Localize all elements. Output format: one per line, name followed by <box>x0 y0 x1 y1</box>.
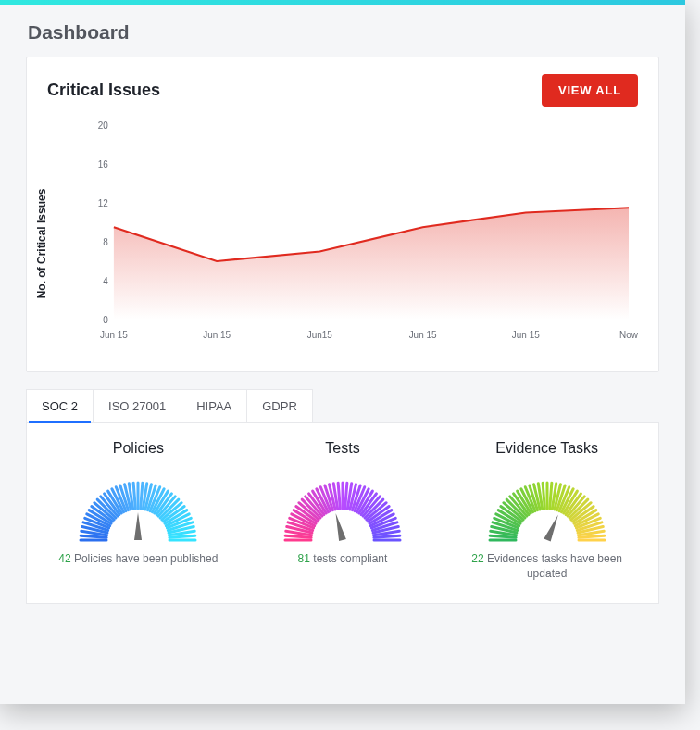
card-title: Critical Issues <box>47 81 160 100</box>
gauge-tests: Tests 81 tests compliant <box>242 440 444 581</box>
svg-text:16: 16 <box>98 159 109 170</box>
page-title: Dashboard <box>0 5 685 57</box>
svg-text:Jun 15: Jun 15 <box>203 330 231 340</box>
critical-issues-card: Critical Issues VIEW ALL No. of Critical… <box>26 57 659 372</box>
tab-soc2[interactable]: SOC 2 <box>26 389 94 422</box>
tabs-bar: SOC 2 ISO 27001 HIPAA GDPR <box>26 389 659 423</box>
svg-text:4: 4 <box>103 276 108 286</box>
gauges-panel: Policies 42 Policies have been published… <box>26 423 659 604</box>
svg-text:0: 0 <box>103 315 108 325</box>
gauge-tests-svg <box>273 460 412 546</box>
gauge-sub-evidence: 22 Evidences tasks have been updated <box>445 551 647 581</box>
svg-text:Jun15: Jun15 <box>307 330 333 340</box>
svg-text:Jun 15: Jun 15 <box>409 330 437 340</box>
critical-issues-chart: No. of Critical Issues 048121620Jun 15Ju… <box>27 116 658 371</box>
compliance-tabs-section: SOC 2 ISO 27001 HIPAA GDPR Policies 42 P… <box>26 389 659 604</box>
gauge-evidence-svg <box>478 460 617 546</box>
tab-gdpr[interactable]: GDPR <box>246 389 313 422</box>
gauge-title-policies: Policies <box>37 440 239 457</box>
tab-hipaa[interactable]: HIPAA <box>181 389 247 422</box>
gauge-text-evidence: Evidences tasks have been updated <box>484 552 622 580</box>
svg-text:8: 8 <box>103 237 108 247</box>
gauge-title-evidence: Evidence Tasks <box>445 440 647 457</box>
svg-text:Now: Now <box>619 330 638 340</box>
gauge-sub-policies: 42 Policies have been published <box>37 551 239 566</box>
card-header: Critical Issues VIEW ALL <box>27 57 658 116</box>
app-window: Dashboard Critical Issues VIEW ALL No. o… <box>0 0 685 704</box>
gauge-sub-tests: 81 tests compliant <box>242 551 444 566</box>
area-chart-svg: 048121620Jun 15Jun 15Jun15Jun 15Jun 15No… <box>84 116 638 347</box>
gauge-count-evidence: 22 <box>471 552 483 565</box>
svg-text:20: 20 <box>98 120 109 131</box>
svg-text:Jun 15: Jun 15 <box>100 330 128 340</box>
gauge-text-policies: Policies have been published <box>71 552 219 565</box>
gauge-count-tests: 81 <box>298 552 310 565</box>
view-all-button[interactable]: VIEW ALL <box>542 74 638 107</box>
svg-text:Jun 15: Jun 15 <box>512 330 540 340</box>
svg-text:12: 12 <box>98 198 109 208</box>
gauge-policies-svg <box>69 460 207 546</box>
tab-iso27001[interactable]: ISO 27001 <box>93 389 181 422</box>
gauge-text-tests: tests compliant <box>310 552 387 565</box>
gauge-policies: Policies 42 Policies have been published <box>37 440 239 581</box>
gauge-evidence: Evidence Tasks 22 Evidences tasks have b… <box>445 440 647 581</box>
gauge-title-tests: Tests <box>242 440 444 457</box>
gauge-count-policies: 42 <box>58 552 70 565</box>
y-axis-label: No. of Critical Issues <box>35 189 48 299</box>
